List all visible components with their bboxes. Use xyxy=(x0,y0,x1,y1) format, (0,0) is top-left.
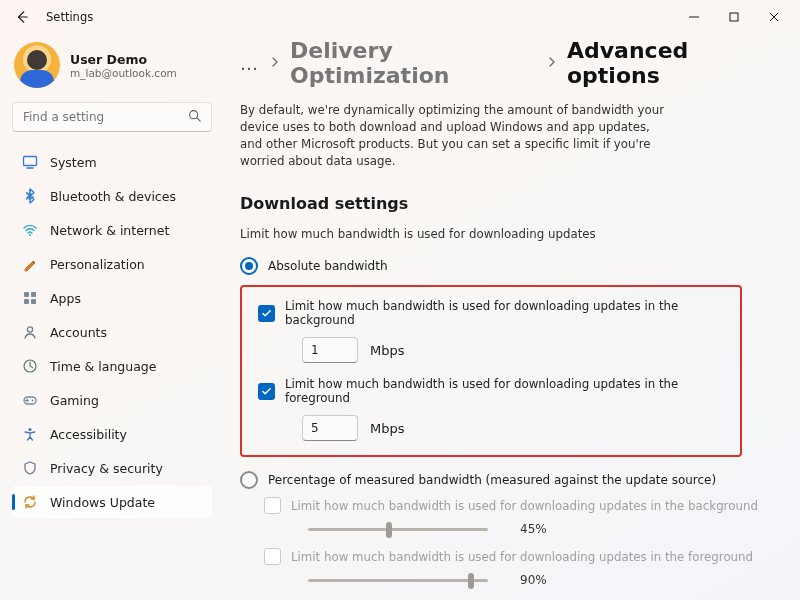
download-settings-sub: Limit how much bandwidth is used for dow… xyxy=(240,227,770,241)
checkbox-label: Limit how much bandwidth is used for dow… xyxy=(285,299,724,327)
avatar xyxy=(14,42,60,88)
person-icon xyxy=(22,324,38,340)
checkbox-checked-icon xyxy=(258,383,275,400)
svg-point-11 xyxy=(32,400,34,402)
checkbox-disabled-icon xyxy=(264,548,281,565)
svg-rect-0 xyxy=(730,13,738,21)
close-button[interactable] xyxy=(754,2,794,32)
svg-point-12 xyxy=(28,428,31,431)
sidebar-item-label: Gaming xyxy=(50,393,99,408)
maximize-button[interactable] xyxy=(714,2,754,32)
search-icon xyxy=(188,109,201,125)
search-input[interactable] xyxy=(23,110,188,124)
sidebar-item-label: Privacy & security xyxy=(50,461,163,476)
page-description: By default, we're dynamically optimizing… xyxy=(240,102,670,170)
maximize-icon xyxy=(729,12,739,22)
pct-fg-value: 90% xyxy=(520,573,560,587)
svg-rect-7 xyxy=(31,299,36,304)
clock-globe-icon xyxy=(22,358,38,374)
breadcrumb-parent[interactable]: Delivery Optimization xyxy=(290,38,537,88)
radio-unchecked-icon xyxy=(240,471,258,489)
sidebar-item-label: Personalization xyxy=(50,257,145,272)
svg-point-3 xyxy=(29,234,31,236)
radio-absolute-bandwidth[interactable]: Absolute bandwidth xyxy=(240,257,770,275)
sidebar-item-label: Windows Update xyxy=(50,495,155,510)
close-icon xyxy=(769,12,779,22)
minimize-button[interactable] xyxy=(674,2,714,32)
sidebar-item-privacy[interactable]: Privacy & security xyxy=(12,452,212,484)
sidebar-item-label: Accounts xyxy=(50,325,107,340)
checkbox-label: Limit how much bandwidth is used for dow… xyxy=(285,377,724,405)
checkbox-checked-icon xyxy=(258,305,275,322)
bluetooth-icon xyxy=(22,188,38,204)
breadcrumb-overflow-button[interactable]: … xyxy=(240,53,260,74)
sidebar-item-network[interactable]: Network & internet xyxy=(12,214,212,246)
svg-rect-6 xyxy=(24,299,29,304)
shield-icon xyxy=(22,460,38,476)
checkbox-fg-limit[interactable]: Limit how much bandwidth is used for dow… xyxy=(258,377,724,405)
checkbox-bg-limit[interactable]: Limit how much bandwidth is used for dow… xyxy=(258,299,724,327)
pct-fg-slider xyxy=(308,571,488,589)
window-controls xyxy=(674,2,794,32)
sidebar-item-label: Time & language xyxy=(50,359,156,374)
highlighted-box: Limit how much bandwidth is used for dow… xyxy=(240,285,742,457)
accessibility-icon xyxy=(22,426,38,442)
checkbox-disabled-icon xyxy=(264,497,281,514)
sidebar-item-label: Bluetooth & devices xyxy=(50,189,176,204)
title-bar: Settings xyxy=(0,0,800,34)
svg-rect-4 xyxy=(24,292,29,297)
sidebar-item-personalization[interactable]: Personalization xyxy=(12,248,212,280)
checkbox-pct-fg: Limit how much bandwidth is used for dow… xyxy=(264,548,770,565)
back-arrow-icon xyxy=(15,10,29,24)
sidebar-item-accessibility[interactable]: Accessibility xyxy=(12,418,212,450)
radio-label: Percentage of measured bandwidth (measur… xyxy=(268,473,716,487)
gaming-icon xyxy=(22,392,38,408)
radio-label: Absolute bandwidth xyxy=(268,259,388,273)
sidebar-item-label: Apps xyxy=(50,291,81,306)
svg-rect-5 xyxy=(31,292,36,297)
unit-label: Mbps xyxy=(370,421,405,436)
breadcrumb: … Delivery Optimization Advanced options xyxy=(240,38,770,88)
sidebar-item-gaming[interactable]: Gaming xyxy=(12,384,212,416)
unit-label: Mbps xyxy=(370,343,405,358)
window-title: Settings xyxy=(46,10,93,24)
sidebar: User Demo m_lab@outlook.com System Bluet… xyxy=(0,34,222,600)
radio-percentage-bandwidth[interactable]: Percentage of measured bandwidth (measur… xyxy=(240,471,770,489)
paint-icon xyxy=(22,256,38,272)
sidebar-nav: System Bluetooth & devices Network & int… xyxy=(12,146,212,518)
sidebar-item-label: Accessibility xyxy=(50,427,127,442)
sidebar-item-accounts[interactable]: Accounts xyxy=(12,316,212,348)
wifi-icon xyxy=(22,222,38,238)
pct-bg-slider xyxy=(308,520,488,538)
system-icon xyxy=(22,154,38,170)
chevron-right-icon xyxy=(270,56,280,70)
back-button[interactable] xyxy=(14,9,30,25)
radio-checked-icon xyxy=(240,257,258,275)
bg-limit-input[interactable]: 1 xyxy=(302,337,358,363)
checkbox-label: Limit how much bandwidth is used for dow… xyxy=(291,550,753,564)
checkbox-pct-bg: Limit how much bandwidth is used for dow… xyxy=(264,497,770,514)
svg-point-8 xyxy=(27,327,32,332)
sidebar-item-bluetooth[interactable]: Bluetooth & devices xyxy=(12,180,212,212)
sidebar-item-time[interactable]: Time & language xyxy=(12,350,212,382)
svg-rect-2 xyxy=(24,157,37,166)
page-title: Advanced options xyxy=(567,38,770,88)
percentage-block: Limit how much bandwidth is used for dow… xyxy=(264,497,770,589)
fg-limit-input[interactable]: 5 xyxy=(302,415,358,441)
download-settings-heading: Download settings xyxy=(240,194,770,213)
search-box[interactable] xyxy=(12,102,212,132)
pct-bg-value: 45% xyxy=(520,522,560,536)
sidebar-item-windows-update[interactable]: Windows Update xyxy=(12,486,212,518)
minimize-icon xyxy=(689,12,699,22)
checkbox-label: Limit how much bandwidth is used for dow… xyxy=(291,499,758,513)
chevron-right-icon xyxy=(547,56,557,70)
content-pane: … Delivery Optimization Advanced options… xyxy=(222,34,800,600)
profile-name: User Demo xyxy=(70,52,177,67)
svg-point-1 xyxy=(190,111,198,119)
sidebar-item-system[interactable]: System xyxy=(12,146,212,178)
profile-card[interactable]: User Demo m_lab@outlook.com xyxy=(12,38,212,102)
profile-email: m_lab@outlook.com xyxy=(70,67,177,79)
update-icon xyxy=(22,494,38,510)
apps-icon xyxy=(22,290,38,306)
sidebar-item-apps[interactable]: Apps xyxy=(12,282,212,314)
